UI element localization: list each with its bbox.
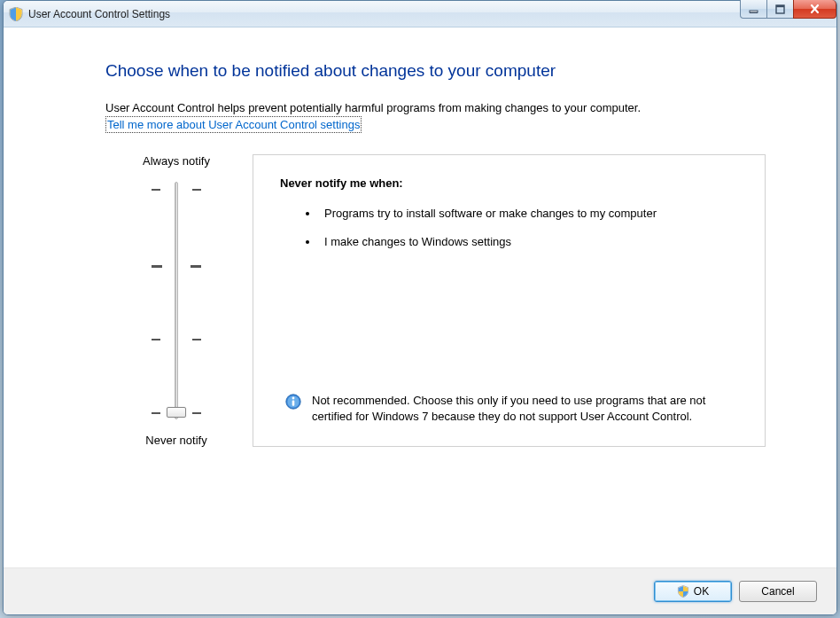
shield-icon (677, 585, 689, 598)
ok-button[interactable]: OK (654, 581, 732, 602)
page-heading: Choose when to be notified about changes… (105, 61, 819, 81)
slider-label-always: Always notify (105, 154, 247, 168)
maximize-button[interactable] (766, 0, 794, 19)
svg-rect-7 (292, 400, 295, 405)
cancel-button[interactable]: Cancel (739, 581, 817, 602)
slider-tick (192, 339, 201, 340)
slider-tick (152, 412, 160, 414)
window-controls (741, 0, 836, 19)
slider-label-never: Never notify (105, 434, 247, 447)
close-icon (809, 4, 821, 14)
description-text: User Account Control helps prevent poten… (105, 101, 641, 114)
info-note: Not recommended. Choose this only if you… (280, 393, 738, 425)
info-title: Never notify me when: (280, 176, 738, 190)
svg-point-6 (292, 396, 295, 399)
slider-track (175, 182, 178, 419)
button-row: OK Cancel (4, 568, 836, 614)
client-area: Choose when to be notified about changes… (4, 27, 836, 568)
ok-button-label: OK (694, 585, 709, 598)
main-row: Always notify Never notify Never notify … (105, 154, 819, 447)
cancel-button-label: Cancel (761, 585, 794, 598)
slider-tick (152, 339, 160, 340)
minimize-icon (749, 4, 758, 14)
slider-tick (192, 412, 201, 414)
slider-tick (152, 189, 160, 191)
info-icon (285, 394, 301, 410)
info-bullet-list: Programs try to install software or make… (280, 206, 738, 262)
minimize-button[interactable] (740, 0, 767, 19)
slider-tick (192, 189, 201, 191)
help-link[interactable]: Tell me more about User Account Control … (105, 116, 362, 134)
close-button[interactable] (793, 0, 836, 19)
svg-rect-1 (750, 11, 758, 12)
title-bar[interactable]: User Account Control Settings (4, 1, 836, 27)
window-title: User Account Control Settings (28, 8, 170, 20)
notification-slider[interactable] (105, 182, 247, 419)
slider-column: Always notify Never notify (105, 154, 247, 447)
shield-icon (9, 7, 23, 21)
info-bullet: Programs try to install software or make… (319, 206, 738, 222)
uac-settings-window: User Account Control Settings Choose whe… (3, 0, 837, 615)
slider-tick (152, 265, 162, 268)
page-description: User Account Control helps prevent poten… (105, 100, 819, 133)
info-bullet: I make changes to Windows settings (319, 234, 738, 250)
svg-rect-3 (776, 5, 784, 7)
slider-thumb[interactable] (167, 407, 186, 418)
info-note-text: Not recommended. Choose this only if you… (312, 393, 712, 425)
slider-tick (191, 265, 201, 268)
maximize-icon (775, 4, 785, 14)
info-panel: Never notify me when: Programs try to in… (253, 154, 766, 447)
